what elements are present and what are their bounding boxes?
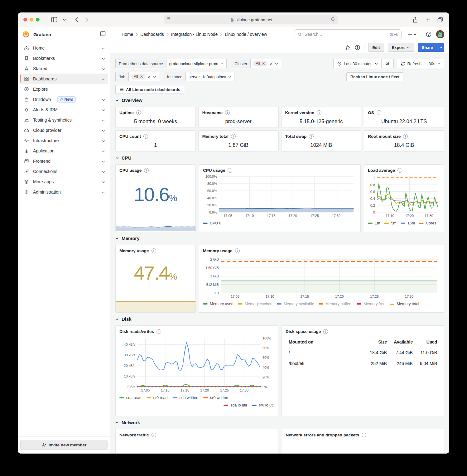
export-button[interactable]: Export <box>388 43 414 52</box>
datasource-picker[interactable]: Prometheus data source grafanacloud-slip… <box>115 59 227 68</box>
sidebar-item-starred[interactable]: Starred <box>20 63 108 74</box>
sidebar-item-drilldown[interactable]: Drilldown New! <box>20 94 108 104</box>
info-icon[interactable]: i <box>317 110 321 115</box>
info-icon[interactable]: i <box>144 168 149 173</box>
section-network[interactable]: Network <box>115 420 444 425</box>
browser-sidebar-icon[interactable] <box>51 16 58 23</box>
share-button[interactable]: Share <box>418 43 437 52</box>
sidebar-item-alerts-irm[interactable]: Alerts & IRM <box>20 104 108 115</box>
chevron-down-icon[interactable] <box>102 179 105 185</box>
legend-item[interactable]: sda io util <box>224 403 247 407</box>
load-average-chart[interactable]: 17:1017:2017:3000.20.40.60.81 <box>368 175 440 219</box>
share-page-icon[interactable] <box>412 16 419 23</box>
info-icon[interactable]: i <box>156 329 161 334</box>
breadcrumb-home[interactable]: Home <box>122 32 133 37</box>
chevron-down-icon[interactable] <box>102 107 105 113</box>
clear-icon[interactable]: ✕ <box>269 62 273 66</box>
new-tab-icon[interactable] <box>424 16 431 23</box>
info-icon[interactable]: i <box>377 110 381 115</box>
chevron-down-icon[interactable] <box>102 117 105 123</box>
section-disk[interactable]: Disk <box>115 316 444 322</box>
legend-item[interactable]: sr0 io util <box>252 403 274 407</box>
legend-item[interactable]: Memory free <box>357 302 385 306</box>
chevron-down-icon[interactable] <box>102 158 105 164</box>
breadcrumb-integration[interactable]: Integration - Linux Node <box>171 32 218 37</box>
column-header-mounted-on[interactable]: Mounted on <box>286 337 366 347</box>
legend-item[interactable]: 5m <box>384 221 396 225</box>
sidebar-item-explore[interactable]: Explore <box>20 84 108 94</box>
info-icon[interactable]: i <box>235 248 240 253</box>
all-dashboards-button[interactable]: All Linux node / dashboards <box>115 85 184 94</box>
breadcrumb-dashboards[interactable]: Dashboards <box>140 32 164 37</box>
sidebar-item-testing-synthetics[interactable]: Testing & synthetics <box>20 115 108 125</box>
info-icon[interactable]: i <box>228 168 232 173</box>
help-icon[interactable] <box>426 31 432 37</box>
clear-icon[interactable]: ✕ <box>147 75 151 79</box>
forward-button[interactable] <box>83 16 90 23</box>
sidebar-item-connections[interactable]: Connections <box>20 166 108 176</box>
info-icon[interactable]: i <box>136 110 141 115</box>
search-bar[interactable]: ⌘+k <box>294 29 402 39</box>
legend-item[interactable]: Memory buffers <box>319 302 353 306</box>
column-header-used[interactable]: Used <box>416 337 440 347</box>
chevron-down-icon[interactable] <box>102 66 105 71</box>
chevron-down-icon[interactable] <box>102 148 105 154</box>
info-icon[interactable]: i <box>397 168 402 173</box>
dashboard-info-icon[interactable] <box>354 45 360 50</box>
minimize-window-button[interactable] <box>30 18 33 22</box>
legend-item[interactable]: Memory used <box>203 302 234 306</box>
info-icon[interactable]: i <box>152 433 156 437</box>
refresh-button[interactable]: Refresh <box>397 59 425 68</box>
sidebar-chevron-icon[interactable] <box>61 16 68 23</box>
info-icon[interactable]: i <box>152 248 156 253</box>
legend-item[interactable]: sr0 read <box>147 396 168 400</box>
chevron-down-icon[interactable] <box>102 55 105 61</box>
info-icon[interactable]: i <box>231 134 236 139</box>
section-overview[interactable]: Overview <box>115 98 444 103</box>
cluster-all-chip[interactable]: All✕ <box>253 61 267 66</box>
legend-item[interactable]: 15m <box>401 221 415 225</box>
sidebar-item-frontend[interactable]: Frontend <box>20 156 108 166</box>
share-menu-button[interactable] <box>437 43 444 52</box>
sidebar-item-administration[interactable]: Administration <box>20 187 108 197</box>
sidebar-item-home[interactable]: Home <box>20 43 108 53</box>
info-icon[interactable]: i <box>225 110 230 115</box>
sidebar-item-dashboards[interactable]: Dashboards <box>20 74 108 84</box>
sidebar-item-more-apps[interactable]: More apps <box>20 176 108 187</box>
memory-usage-chart[interactable]: 17:0517:1017:1517:2017:2517:300 B512 MiB… <box>203 255 440 300</box>
reader-icon[interactable] <box>167 17 172 22</box>
legend-item[interactable]: Memory total <box>390 302 419 306</box>
instance-picker[interactable]: Instance server_1a3ufgsoibcv <box>164 72 234 81</box>
invite-new-member-button[interactable]: Invite new member <box>20 440 108 450</box>
back-button[interactable] <box>73 16 80 23</box>
zoom-window-button[interactable] <box>36 18 40 22</box>
cpu-usage-chart[interactable]: 17:0517:1017:1517:2017:2517:300.0%20.0%4… <box>203 175 357 219</box>
section-cpu[interactable]: CPU <box>115 155 444 161</box>
back-to-fleet-button[interactable]: Back to Linux node / fleet <box>346 72 403 81</box>
info-icon[interactable]: i <box>323 329 328 334</box>
chevron-down-icon[interactable] <box>102 189 105 195</box>
legend-item[interactable]: CPU 0 <box>203 221 221 225</box>
sidebar-item-bookmarks[interactable]: Bookmarks <box>20 53 108 63</box>
chevron-down-icon[interactable] <box>102 45 105 51</box>
address-bar[interactable]: sliplane.grafana.net <box>164 15 338 24</box>
sidebar-item-infrastructure[interactable]: Infrastructure <box>20 135 108 146</box>
legend-item[interactable]: sda written <box>173 396 198 400</box>
add-new-icon[interactable] <box>408 32 416 36</box>
chevron-down-icon[interactable] <box>102 169 105 174</box>
column-header-available[interactable]: Available <box>390 337 416 347</box>
user-avatar[interactable] <box>436 30 444 38</box>
chevron-down-icon[interactable] <box>102 76 105 82</box>
time-range-picker[interactable]: Last 30 minutes <box>334 59 381 68</box>
disk-reads-writes-chart[interactable]: 17:0517:1017:1517:2017:2517:300 B/s10 kB… <box>119 336 274 394</box>
zoom-out-button[interactable] <box>381 59 393 68</box>
close-window-button[interactable] <box>23 18 27 22</box>
info-icon[interactable]: i <box>403 134 408 139</box>
collapse-sidebar-icon[interactable] <box>100 31 106 37</box>
column-header-size[interactable]: Size <box>366 337 390 347</box>
job-all-chip[interactable]: All✕ <box>132 74 145 79</box>
legend-item[interactable]: sr0 written <box>203 396 228 400</box>
reload-icon[interactable] <box>331 17 335 22</box>
search-input[interactable] <box>305 32 387 37</box>
legend-item[interactable]: Memory cached <box>238 302 272 306</box>
